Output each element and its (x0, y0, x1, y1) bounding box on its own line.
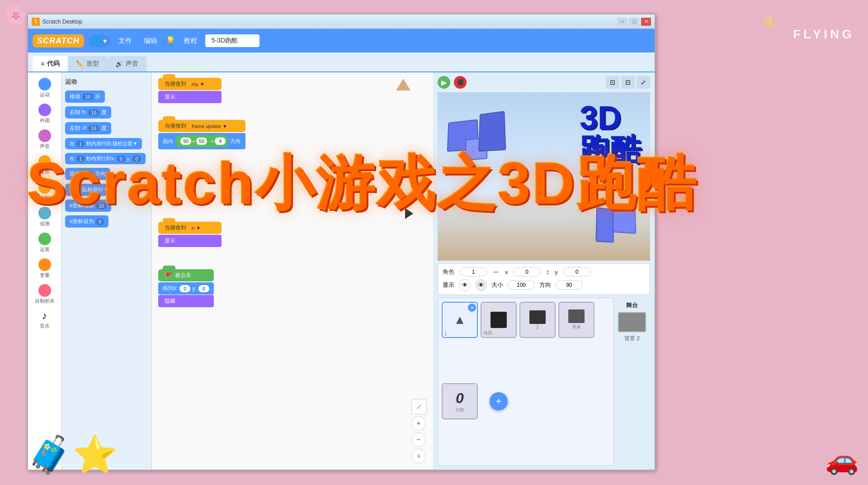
sidebar-item-sensing[interactable]: 侦测 (30, 205, 60, 229)
project-name-input[interactable]: 5-3D跑酷 (205, 34, 259, 47)
sound-label: 声音 (40, 143, 50, 150)
speaker-icon: 🔊 (115, 60, 123, 67)
sprite-info: 角色 ↔ x ↕ y 显示 👁 👁 大小 方向 (438, 263, 650, 295)
tab-costume[interactable]: ✏️ 造型 (68, 56, 107, 71)
sensing-dot (38, 207, 51, 219)
sprite-thumb-score[interactable]: 0 分数 (442, 383, 478, 419)
sprite-row-1: 角色 ↔ x ↕ y (443, 267, 645, 276)
sidebar-item-music[interactable]: ♪ 音乐 (30, 308, 60, 331)
receive-n-dropdown[interactable]: n ▼ (189, 224, 203, 232)
small-stage-button[interactable]: ⊡ (606, 76, 619, 89)
block-face-direction[interactable]: 面向 90 方向 (65, 168, 110, 180)
fullscreen-button[interactable]: ⤢ (637, 76, 650, 89)
direction-input[interactable] (556, 281, 583, 290)
hat-when-receive-n: 当接收到 n ▼ (158, 222, 222, 234)
close-button[interactable]: ✕ (641, 18, 651, 26)
block-turn-right[interactable]: 右转 ↻ 15 度 (65, 106, 111, 119)
sprite-thumb-1[interactable]: ✕ ▲ 1 (442, 302, 478, 338)
globe-arrow: ▾ (103, 37, 107, 45)
size-input[interactable] (508, 281, 535, 290)
block-show-1: 显示 (158, 91, 222, 103)
block-x-change[interactable]: x坐标增加 10 (65, 200, 111, 212)
block-move-xy: 移到x: 0 y: 0 (158, 282, 214, 295)
sidebar-item-events[interactable]: 事件 (30, 153, 60, 177)
stage-title-runkool: 跑酷 (580, 134, 641, 165)
sound-dot (38, 129, 51, 142)
sprite-3-icon (529, 310, 546, 324)
control-dot (38, 181, 51, 194)
deco-suitcase: 🧳⭐ (27, 433, 118, 476)
sprite-1-delete-btn[interactable]: ✕ (468, 304, 476, 312)
sprite-screen-icon (568, 309, 585, 323)
tutorial-menu[interactable]: 教程 (180, 35, 201, 47)
block-glide-random[interactable]: 在 1 秒内滑行到 随机位置▼ (65, 138, 142, 149)
music-icon: ♪ (42, 310, 47, 322)
lightbulb-icon: 💡 (165, 36, 175, 46)
sidebar-item-sound[interactable]: 声音 (30, 128, 60, 152)
sprite-thumb-3[interactable]: 2 (519, 302, 556, 338)
show-eye-open-button[interactable]: 👁 (459, 279, 471, 291)
menu-bar: SCRATCH 🌐 ▾ 文件 编辑 💡 教程 5-3D跑酷 (28, 29, 655, 52)
stop-button[interactable]: ⬛ (454, 76, 467, 89)
cube-5 (595, 207, 613, 243)
code-icon: ≡ (41, 60, 44, 67)
stage-count-label: 背景 2 (624, 335, 640, 342)
frame-update-dropdown[interactable]: frame update ▼ (189, 123, 230, 130)
file-menu[interactable]: 文件 (115, 35, 136, 47)
sidebar-item-operators[interactable]: 运算 (30, 231, 60, 255)
title-bar: S Scratch Desktop − □ ✕ (28, 14, 655, 29)
size-label: 大小 (491, 281, 503, 289)
stage-controls: ▶ ⬛ (438, 76, 467, 89)
tab-sound[interactable]: 🔊 声音 (107, 56, 146, 71)
zoom-in-button[interactable]: + (411, 416, 426, 431)
custom-dot (38, 284, 51, 297)
zoom-reset-button[interactable]: ≡ (411, 449, 426, 463)
minimize-button[interactable]: − (618, 18, 627, 26)
sprite-score-label: 分数 (455, 407, 464, 413)
stage-toolbar: ▶ ⬛ ⊡ ⊡ ⤢ (433, 72, 655, 92)
block-x-set[interactable]: x坐标设为 0 (65, 215, 108, 228)
sprite-thumb-2[interactable]: 地面 (481, 302, 517, 338)
sprite-name-input[interactable] (460, 267, 487, 276)
operator-block: 90 + 50 + 4 (175, 135, 228, 147)
hat-green-flag: 🚩 被点击 (158, 269, 214, 281)
y-input[interactable] (563, 267, 590, 276)
block-glide-xy[interactable]: 在 1 秒内滑行到x: 0 y: 0 (65, 153, 146, 164)
zoom-fit-button[interactable]: ⤢ (411, 399, 427, 414)
receive-my-dropdown[interactable]: my ▼ (189, 81, 208, 88)
show-eye-closed-button[interactable]: 👁 (475, 279, 487, 291)
scroll-up-indicator (396, 79, 410, 90)
block-face-mouse[interactable]: 面向 鼠标箭针▼ (65, 184, 113, 196)
deco-car: 🚗 (825, 444, 859, 476)
sidebar-item-control[interactable]: 控制 (30, 179, 60, 203)
edit-menu[interactable]: 编辑 (140, 35, 161, 47)
add-sprite-button[interactable]: + (490, 392, 508, 410)
blocks-panel: 运动 移动 10 步 右转 ↻ 15 度 左转 ↺ 15 度 在 1 秒内滑行到… (61, 72, 152, 470)
block-turn-left[interactable]: 左转 ↺ 15 度 (65, 122, 111, 134)
tab-code[interactable]: ≡ 代码 (33, 56, 68, 71)
zoom-out-button[interactable]: − (411, 433, 426, 447)
control-label: 控制 (40, 195, 50, 201)
looks-label: 外观 (40, 117, 50, 124)
script-area[interactable]: 当接收到 my ▼ 显示 当接收到 frame update ▼ 面向 (152, 72, 433, 470)
x-input[interactable] (514, 267, 541, 276)
sidebar-item-custom[interactable]: 自制积木 (30, 282, 60, 306)
hat-frame-update: 当接收到 frame update ▼ (158, 120, 245, 132)
sprite-1-icon: ▲ (453, 313, 466, 327)
block-move[interactable]: 移动 10 步 (65, 90, 105, 103)
cube-4 (611, 208, 636, 234)
sidebar-item-motion[interactable]: 运动 (30, 76, 60, 100)
music-label: 音乐 (40, 323, 50, 329)
sprite-thumb-screen[interactable]: 屏幕 (558, 302, 594, 338)
sprite-score-icon: 0 (456, 390, 464, 407)
stage-tab-area: 舞台 背景 2 (614, 298, 650, 466)
stage-canvas: 3D 跑酷 (438, 92, 650, 261)
language-selector[interactable]: 🌐 ▾ (89, 35, 110, 47)
maximize-button[interactable]: □ (629, 18, 639, 26)
sidebar-item-variables[interactable]: 变量 (30, 257, 60, 281)
sprite-2-icon (491, 312, 507, 328)
normal-stage-button[interactable]: ⊡ (621, 76, 635, 89)
green-flag-button[interactable]: ▶ (438, 76, 450, 89)
stage-tab-thumb[interactable] (618, 312, 646, 332)
sidebar-item-looks[interactable]: 外观 (30, 102, 60, 126)
